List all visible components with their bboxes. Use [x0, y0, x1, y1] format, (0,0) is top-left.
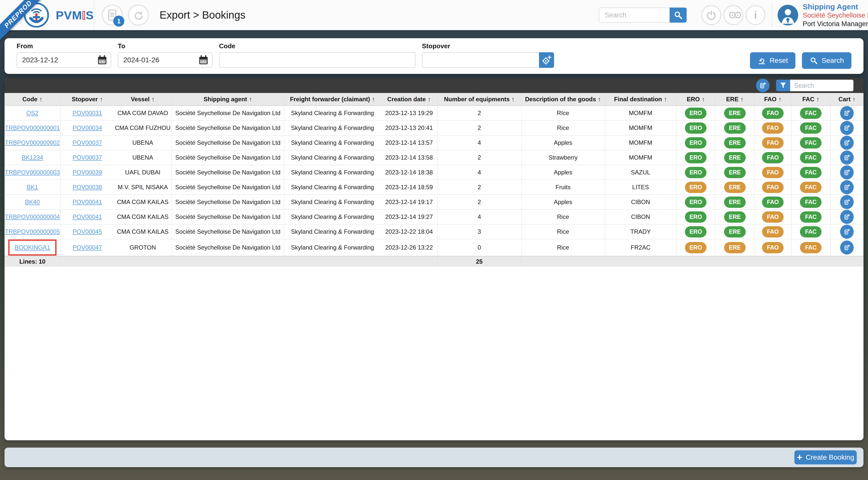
column-header-final-destination[interactable]: Final destination↑: [605, 93, 676, 106]
cell-creation-date: 2023-12-14 19:27: [381, 210, 437, 224]
cart-button[interactable]: [840, 121, 854, 135]
column-header-code[interactable]: Code↑: [4, 93, 60, 106]
cell-fao: FAO: [754, 150, 792, 165]
filter-search-button[interactable]: Search: [802, 52, 851, 69]
from-calendar-button[interactable]: [97, 55, 108, 66]
booking-code-link[interactable]: TRBPOV000000005: [5, 228, 60, 235]
info-button[interactable]: i: [745, 5, 766, 25]
cell-ere: ERE: [715, 195, 754, 210]
cell-ere: ERE: [715, 165, 754, 180]
status-badge-fao: FAO: [762, 197, 784, 208]
booking-code-link[interactable]: BK40: [25, 199, 40, 205]
report-button[interactable]: 1: [102, 4, 123, 26]
stopover-input[interactable]: [422, 52, 539, 68]
stopover-lookup-button[interactable]: [539, 52, 554, 68]
status-badge-fac: FAC: [800, 182, 822, 193]
code-input[interactable]: [219, 52, 415, 68]
cell-equipments: 4: [437, 136, 521, 150]
cell-ere: ERE: [715, 180, 754, 195]
cell-vessel: CMA CGM KAILAS: [114, 195, 172, 210]
column-header-stopover[interactable]: Stopover↑: [60, 93, 114, 106]
table-filter-button[interactable]: [776, 80, 790, 91]
column-header-description-of-the-goods[interactable]: Description of the goods↑: [521, 93, 605, 106]
column-header-ero[interactable]: ERO↑: [676, 93, 715, 106]
logout-button[interactable]: [701, 5, 721, 25]
stopover-link[interactable]: POV00037: [72, 154, 102, 161]
stopover-link[interactable]: POV00038: [72, 184, 102, 190]
column-header-cart[interactable]: Cart↑: [830, 93, 864, 106]
cart-button[interactable]: [840, 240, 854, 254]
cell-ere: ERE: [715, 150, 754, 165]
column-header-vessel[interactable]: Vessel↑: [114, 93, 172, 106]
stopover-link[interactable]: POV00037: [72, 139, 102, 146]
stopover-link[interactable]: POV00045: [72, 228, 102, 235]
sort-arrow-icon: ↑: [372, 96, 375, 102]
stopover-link[interactable]: POV00034: [72, 124, 102, 131]
global-search: [599, 7, 687, 23]
global-search-button[interactable]: [670, 7, 687, 23]
lines-count: Lines: 10: [4, 256, 60, 267]
cell-equipments: 2: [437, 180, 521, 195]
avatar[interactable]: [778, 5, 798, 25]
column-header-number-of-equipments[interactable]: Number of equipments↑: [437, 93, 521, 106]
user-block[interactable]: Shipping Agent Société Seychelloise De P…: [803, 2, 868, 28]
booking-code-link[interactable]: BK1234: [22, 154, 43, 161]
cart-button[interactable]: [840, 106, 854, 120]
cart-button[interactable]: [840, 136, 854, 150]
refresh-button[interactable]: [128, 4, 149, 26]
booking-row: TRBPOV000000004POV00041CMA CGM KAILASSoc…: [4, 210, 864, 224]
create-booking-button[interactable]: + Create Booking: [795, 450, 857, 464]
booking-code-link[interactable]: BK1: [27, 184, 38, 190]
cell-code: TRBPOV000000004: [4, 210, 60, 224]
booking-row: TRBPOV000000002POV00037UBENASociété Seyc…: [4, 136, 864, 150]
cell-cart: [830, 106, 864, 121]
cell-ero: ERO: [676, 106, 715, 121]
cart-button[interactable]: [840, 151, 854, 164]
cell-cart: [830, 121, 864, 136]
stopover-link[interactable]: POV00039: [72, 169, 102, 176]
cell-fao: FAO: [754, 121, 792, 136]
cell-creation-date: 2023-12-14 18:38: [381, 165, 437, 180]
status-badge-fac: FAC: [800, 167, 822, 178]
column-header-ere[interactable]: ERE↑: [715, 93, 754, 106]
settings-button[interactable]: ⚙⚙: [723, 5, 743, 25]
stopover-link[interactable]: POV00031: [72, 110, 102, 116]
reset-button[interactable]: Reset: [750, 52, 796, 69]
column-header-freight-forwarder-claimant-[interactable]: Freight forwarder (claimant)↑: [284, 93, 381, 106]
cell-vessel: CMA CGM FUZHOU: [114, 121, 172, 136]
cart-button[interactable]: [840, 225, 854, 239]
status-badge-ere: ERE: [724, 182, 746, 193]
stopover-link[interactable]: POV00041: [72, 199, 102, 205]
cart-button[interactable]: [840, 166, 854, 179]
add-document-button[interactable]: [756, 79, 770, 92]
stopover-link[interactable]: POV00041: [72, 213, 102, 220]
global-search-input[interactable]: [599, 7, 670, 23]
cell-cart: [830, 150, 864, 165]
cell-code: TRBPOV000000005: [4, 224, 60, 239]
stopover-link[interactable]: POV00047: [72, 244, 102, 251]
booking-code-link[interactable]: TRBPOV000000002: [5, 139, 60, 146]
column-label: Description of the goods: [525, 96, 596, 102]
cart-button[interactable]: [840, 210, 854, 224]
column-header-shipping-agent[interactable]: Shipping agent↑: [172, 93, 284, 106]
sort-arrow-icon: ↑: [740, 96, 743, 102]
cell-fao: FAO: [754, 180, 792, 195]
booking-code-link[interactable]: BOOKINGA1: [14, 244, 50, 251]
cart-add-icon: [843, 124, 851, 132]
booking-code-link[interactable]: TRBPOV000000001: [5, 124, 60, 131]
column-header-fao[interactable]: FAO↑: [754, 93, 792, 106]
sort-arrow-icon: ↑: [100, 96, 103, 102]
cart-add-icon: [843, 109, 851, 117]
search-label: Search: [822, 57, 844, 65]
cart-button[interactable]: [840, 180, 854, 194]
booking-code-link[interactable]: QS2: [26, 110, 38, 116]
booking-code-link[interactable]: TRBPOV000000003: [5, 169, 60, 176]
column-header-fac[interactable]: FAC↑: [792, 93, 831, 106]
booking-code-link[interactable]: TRBPOV000000004: [5, 213, 60, 220]
table-search-input[interactable]: [790, 80, 854, 91]
cell-final-destination: CIBON: [605, 210, 676, 224]
cell-freight-forwarder: Skyland Clearing & Forwarding: [284, 136, 381, 150]
column-header-creation-date[interactable]: Creation date↑: [381, 93, 437, 106]
to-calendar-button[interactable]: [198, 55, 209, 66]
cart-button[interactable]: [840, 195, 854, 209]
